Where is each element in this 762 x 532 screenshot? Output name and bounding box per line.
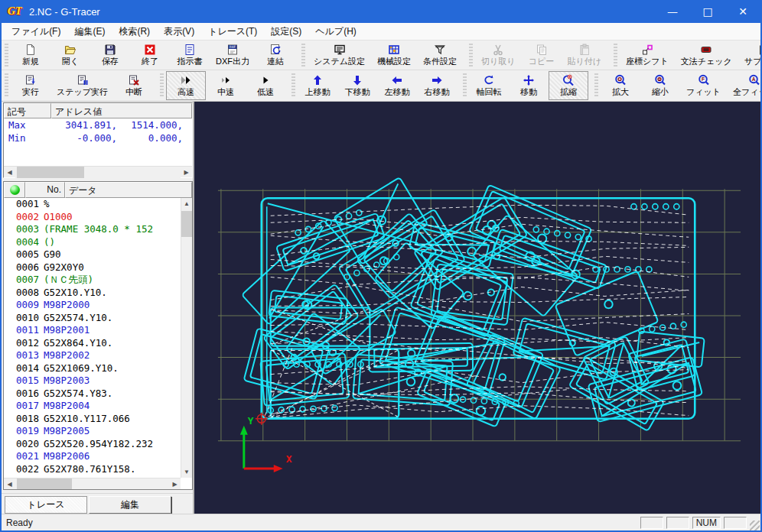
- menu-item[interactable]: 検索(R): [112, 23, 157, 41]
- speed-slow-button[interactable]: 低速: [246, 71, 285, 100]
- zoom-fit-all-button[interactable]: A全フィット: [727, 71, 760, 100]
- nc-code-row[interactable]: 0009M98P2000: [4, 299, 181, 312]
- arrow-left-button[interactable]: 左移動: [377, 71, 417, 100]
- menu-item[interactable]: 表示(V): [157, 23, 201, 41]
- list-vertical-scrollbar[interactable]: ▲ ▼: [181, 198, 192, 478]
- toolbar-gripper[interactable]: [5, 73, 8, 98]
- resize-grip[interactable]: [750, 521, 760, 530]
- zoom-out-button[interactable]: 縮小: [640, 71, 680, 100]
- scroll-up-icon[interactable]: ▲: [181, 198, 192, 209]
- toolbar-gripper[interactable]: [469, 44, 473, 66]
- scroll-right-icon[interactable]: ▶: [181, 167, 192, 178]
- nc-code-row[interactable]: 0005G90: [4, 248, 181, 261]
- zoom-fit-button[interactable]: Fフィット: [680, 71, 727, 100]
- exit-button[interactable]: 終了: [130, 41, 170, 69]
- maximize-button[interactable]: □: [690, 0, 725, 23]
- nc-code-row[interactable]: 0002O1000: [4, 211, 181, 224]
- scroll-left-icon[interactable]: ◀: [4, 478, 15, 490]
- trace-viewport[interactable]: YX: [194, 102, 760, 515]
- run-button[interactable]: 実行: [11, 71, 50, 100]
- scroll-down-icon[interactable]: ▼: [181, 466, 192, 478]
- toolbar-gripper[interactable]: [291, 73, 295, 98]
- nc-code-row[interactable]: 0003(FRAME 3048.0 * 152: [4, 223, 181, 236]
- menu-item[interactable]: ファイル(F): [5, 23, 67, 41]
- system-settings-button[interactable]: システム設定: [308, 41, 371, 69]
- coord-shift-button[interactable]: 座標シフト: [620, 41, 675, 69]
- zoom-scale-button[interactable]: 拡縮: [549, 71, 588, 100]
- nc-code-row[interactable]: 0012G52X864.Y10.: [4, 337, 181, 350]
- menu-item[interactable]: 編集(E): [67, 23, 112, 41]
- minimize-button[interactable]: —: [655, 0, 690, 23]
- address-horizontal-scrollbar[interactable]: ◀ ▶: [4, 166, 192, 177]
- menu-item[interactable]: ヘルプ(H): [308, 23, 363, 41]
- exit-icon: [143, 44, 157, 57]
- nc-code-row[interactable]: 0015M98P2003: [4, 375, 181, 388]
- speed-fast-button[interactable]: 高速: [166, 71, 206, 100]
- toolbar-gripper[interactable]: [614, 44, 617, 66]
- arrow-right-button[interactable]: 右移動: [417, 71, 457, 100]
- toolbar-gripper[interactable]: [301, 44, 305, 66]
- line-number: 0011: [4, 324, 44, 337]
- column-header-address-value[interactable]: アドレス値: [51, 103, 192, 118]
- close-button[interactable]: ✕: [725, 0, 760, 23]
- nc-code-row[interactable]: 0019M98P2005: [4, 425, 181, 438]
- step-run-button[interactable]: ステップ実行: [50, 71, 114, 100]
- menu-item[interactable]: トレース(T): [201, 23, 264, 41]
- abort-button[interactable]: 中断: [114, 71, 154, 100]
- column-header-data[interactable]: データ: [65, 182, 192, 198]
- address-value-1: 3041.891,: [51, 118, 117, 131]
- column-header-no[interactable]: No.: [25, 182, 65, 198]
- column-header-symbol[interactable]: 記号: [4, 103, 51, 118]
- arrow-up-button[interactable]: 上移動: [298, 71, 337, 100]
- nc-code-row[interactable]: 0013M98P2002: [4, 349, 181, 362]
- nc-code-row[interactable]: 0018G52X10.Y117.066: [4, 413, 181, 426]
- machine-settings-button[interactable]: 機械設定: [371, 41, 417, 69]
- open-folder-button[interactable]: 開く: [50, 41, 90, 69]
- save-button[interactable]: 保存: [90, 41, 130, 69]
- nc-code-row[interactable]: 0016G52X574.Y83.: [4, 388, 181, 401]
- address-row[interactable]: Min-0.000,0.000,: [4, 131, 192, 144]
- syntax-check-button[interactable]: 文法チェック: [675, 41, 738, 69]
- condition-settings-button[interactable]: 条件設定: [417, 41, 463, 69]
- work-sheet-button[interactable]: 指示書: [170, 41, 210, 69]
- status-column-header[interactable]: [4, 182, 25, 198]
- nc-code-row[interactable]: 0008G52X10.Y10.: [4, 287, 181, 300]
- nc-code-row[interactable]: 0017M98P2004: [4, 400, 181, 413]
- link-button[interactable]: 連結: [256, 41, 295, 69]
- menu-item[interactable]: 設定(S): [264, 23, 308, 41]
- list-horizontal-scrollbar[interactable]: ◀ ▶: [4, 478, 181, 489]
- tab-edit[interactable]: 編集: [89, 496, 171, 514]
- toolbar-gripper[interactable]: [463, 73, 467, 98]
- nc-code-row[interactable]: 0010G52X574.Y10.: [4, 312, 181, 325]
- app-window: GT 2.NC - G-Tracer — □ ✕ ファイル(F)編集(E)検索(…: [0, 0, 762, 532]
- toolbar-gripper[interactable]: [594, 73, 598, 98]
- arrow-down-button[interactable]: 下移動: [337, 71, 377, 100]
- nc-code-row[interactable]: 0011M98P2001: [4, 324, 181, 337]
- new-file-button[interactable]: 新規: [11, 41, 50, 69]
- nc-code-row[interactable]: 0022G52X780.761Y158.: [4, 463, 181, 476]
- speed-medium-button[interactable]: 中速: [206, 71, 246, 100]
- nc-code-row[interactable]: 0004(): [4, 236, 181, 249]
- dxf-export-button[interactable]: DXFDXF出力: [210, 41, 256, 69]
- toolbar-gripper[interactable]: [5, 44, 8, 66]
- nc-code-row[interactable]: 0021M98P2006: [4, 450, 181, 463]
- tab-trace[interactable]: トレース: [5, 496, 87, 514]
- address-row[interactable]: Max3041.891,1514.000,: [4, 118, 192, 131]
- address-value-panel: 記号 アドレス値 Max3041.891,1514.000,Min-0.000,…: [3, 102, 193, 178]
- line-number: 0016: [4, 388, 44, 401]
- subp-extract-button[interactable]: サブP抽出: [738, 41, 760, 69]
- pan-move-button[interactable]: 移動: [509, 71, 549, 100]
- toolbar-gripper[interactable]: [160, 73, 164, 98]
- nc-code-row[interactable]: 0007(ＮＣ先頭): [4, 274, 181, 287]
- nc-code-row[interactable]: 0006G92X0Y0: [4, 261, 181, 274]
- toolbar-button-label: ステップ実行: [57, 87, 108, 97]
- toolbar-trace: 実行ステップ実行中断高速中速低速上移動下移動左移動右移動軸回転移動拡縮拡大縮小F…: [2, 70, 760, 102]
- nc-code-row[interactable]: 0020G52X520.954Y182.232: [4, 438, 181, 451]
- save-icon: [103, 44, 117, 57]
- nc-code-row[interactable]: 0014G52X1069.Y10.: [4, 362, 181, 375]
- scroll-left-icon[interactable]: ◀: [4, 167, 15, 178]
- zoom-in-button[interactable]: 拡大: [601, 71, 640, 100]
- nc-code-row[interactable]: 0001%: [4, 198, 181, 211]
- scroll-right-icon[interactable]: ▶: [169, 478, 181, 490]
- axis-rotate-button[interactable]: 軸回転: [469, 71, 509, 100]
